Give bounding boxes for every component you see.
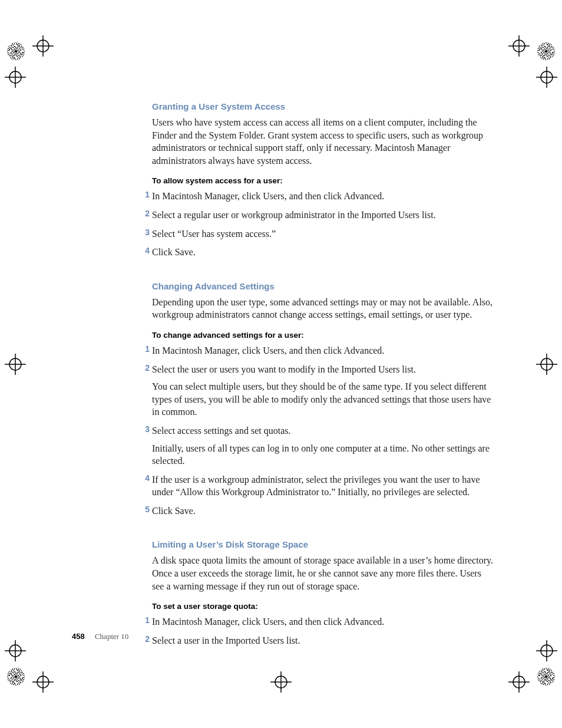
list-item: 1 In Macintosh Manager, click Users, and… [152,615,494,628]
crosshair-icon [32,35,54,57]
step-text: Click Save. [152,246,494,259]
list-item: 3 Select access settings and set quotas.… [152,424,494,467]
section-heading: Granting a User System Access [152,101,494,111]
step-number: 3 [139,424,150,434]
registration-sun-icon [537,42,555,60]
registration-sun-icon [7,668,25,686]
crosshair-icon [536,354,557,375]
crosshair-icon [32,671,54,693]
list-item: 2 Select the user or users you want to m… [152,363,494,419]
crosshair-icon [508,671,530,693]
step-text: Select access settings and set quotas. [152,424,494,437]
crosshair-icon [5,354,26,375]
step-note: You can select multiple users, but they … [152,380,494,419]
list-item: 5 Click Save. [152,505,494,518]
step-number: 1 [139,344,150,354]
procedure-heading: To allow system access for a user: [152,176,494,185]
step-number: 4 [139,246,150,255]
crosshair-icon [270,671,292,693]
step-number: 2 [139,209,150,218]
step-text: Click Save. [152,505,494,518]
list-item: 1 In Macintosh Manager, click Users, and… [152,344,494,357]
step-number: 3 [139,228,150,237]
step-number: 2 [139,363,150,373]
list-item: 2 Select a user in the Imported Users li… [152,634,494,647]
step-number: 1 [139,615,150,625]
chapter-label: Chapter 10 [95,632,128,641]
crosshair-icon [508,35,530,57]
step-text: In Macintosh Manager, click Users, and t… [152,615,494,628]
step-text: Select the user or users you want to mod… [152,363,494,376]
section-heading: Changing Advanced Settings [152,281,494,291]
crosshair-icon [5,640,26,661]
page-number: 458 [72,632,85,641]
registration-sun-icon [537,668,555,686]
crosshair-icon [536,640,557,661]
step-note: Initially, users of all types can log in… [152,442,494,467]
crosshair-icon [536,67,557,88]
list-item: 3 Select “User has system access.” [152,228,494,241]
step-number: 5 [139,505,150,514]
page-content: Granting a User System Access Users who … [152,101,494,653]
procedure-heading: To change advanced settings for a user: [152,331,494,340]
body-text: Users who have system access can access … [152,116,494,167]
step-text: In Macintosh Manager, click Users, and t… [152,344,494,357]
list-item: 2 Select a regular user or workgroup adm… [152,209,494,222]
step-text: Select a user in the Imported Users list… [152,634,494,647]
page-footer: 458 Chapter 10 [72,632,128,641]
list-item: 4 Click Save. [152,246,494,259]
list-item: 4 If the user is a workgroup administrat… [152,473,494,499]
step-number: 2 [139,634,150,644]
body-text: A disk space quota limits the amount of … [152,554,494,592]
crosshair-icon [5,67,26,88]
step-text: Select “User has system access.” [152,228,494,241]
step-text: If the user is a workgroup administrator… [152,473,494,499]
step-number: 1 [139,190,150,199]
section-heading: Limiting a User’s Disk Storage Space [152,539,494,549]
body-text: Depending upon the user type, some advan… [152,296,494,321]
registration-sun-icon [7,42,25,60]
step-number: 4 [139,473,150,483]
procedure-heading: To set a user storage quota: [152,602,494,611]
step-text: In Macintosh Manager, click Users, and t… [152,190,494,203]
list-item: 1 In Macintosh Manager, click Users, and… [152,190,494,203]
step-text: Select a regular user or workgroup admin… [152,209,494,222]
